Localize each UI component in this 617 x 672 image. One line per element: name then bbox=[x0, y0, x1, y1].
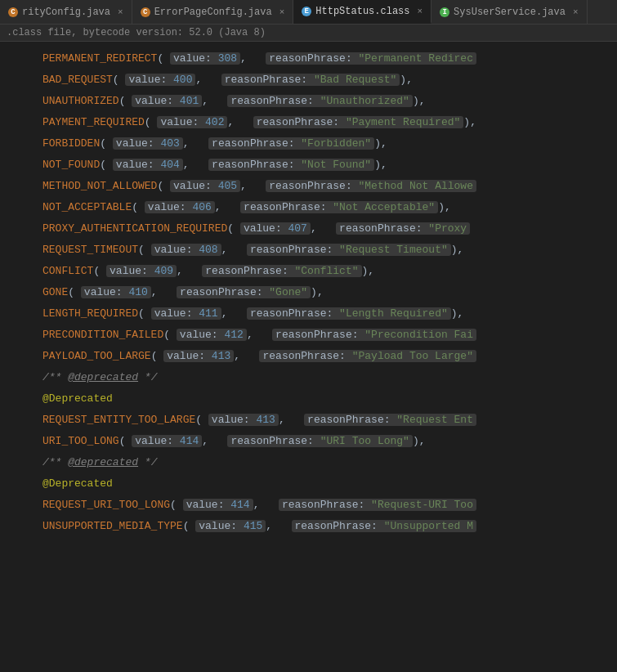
code-line-11: CONFLICT( value: 409, reasonPhrase: "Con… bbox=[0, 261, 617, 282]
code-line-1: PERMANENT_REDIRECT( value: 308, reasonPh… bbox=[0, 48, 617, 69]
tab-security-config[interactable]: C rityConfig.java × bbox=[0, 0, 132, 24]
code-line-19: URI_TOO_LONG( value: 414, reasonPhrase: … bbox=[0, 431, 617, 452]
tab-icon-security-config: C bbox=[8, 7, 18, 17]
tab-label-security-config: rityConfig.java bbox=[22, 7, 110, 18]
code-line-8: NOT_ACCEPTABLE( value: 406, reasonPhrase… bbox=[0, 197, 617, 218]
file-info-bar: .class file, bytecode version: 52.0 (Jav… bbox=[0, 25, 617, 42]
code-line-3: UNAUTHORIZED( value: 401, reasonPhrase: … bbox=[0, 91, 617, 112]
code-line-15: PAYLOAD_TOO_LARGE( value: 413, reasonPhr… bbox=[0, 346, 617, 367]
code-line-7: METHOD_NOT_ALLOWED( value: 405, reasonPh… bbox=[0, 176, 617, 197]
code-line-6: NOT_FOUND( value: 404, reasonPhrase: "No… bbox=[0, 155, 617, 176]
tab-close-error-page-config[interactable]: × bbox=[279, 7, 285, 17]
code-line-20: /** @deprecated */ bbox=[0, 452, 617, 473]
code-line-22: REQUEST_URI_TOO_LONG( value: 414, reason… bbox=[0, 495, 617, 516]
code-line-13: LENGTH_REQUIRED( value: 411, reasonPhras… bbox=[0, 303, 617, 325]
tab-error-page-config[interactable]: C ErrorPageConfig.java × bbox=[132, 0, 294, 24]
tab-label-error-page-config: ErrorPageConfig.java bbox=[154, 7, 272, 18]
tab-http-status[interactable]: E HttpStatus.class × bbox=[293, 0, 431, 24]
tab-close-security-config[interactable]: × bbox=[118, 7, 123, 17]
code-line-17: @Deprecated bbox=[0, 388, 617, 410]
code-line-23: UNSUPPORTED_MEDIA_TYPE( value: 415, reas… bbox=[0, 516, 617, 537]
code-line-18: REQUEST_ENTITY_TOO_LARGE( value: 413, re… bbox=[0, 410, 617, 431]
code-line-4: PAYMENT_REQUIRED( value: 402, reasonPhra… bbox=[0, 112, 617, 133]
code-area: PERMANENT_REDIRECT( value: 308, reasonPh… bbox=[0, 42, 617, 670]
code-line-2: BAD_REQUEST( value: 400, reasonPhrase: "… bbox=[0, 69, 617, 91]
code-line-10: REQUEST_TIMEOUT( value: 408, reasonPhras… bbox=[0, 240, 617, 261]
tab-bar: C rityConfig.java × C ErrorPageConfig.ja… bbox=[0, 0, 617, 25]
tab-close-sys-user-service[interactable]: × bbox=[573, 7, 579, 17]
code-line-9: PROXY_AUTHENTICATION_REQUIRED( value: 40… bbox=[0, 218, 617, 240]
tab-close-http-status[interactable]: × bbox=[418, 7, 423, 16]
code-line-16: /** @deprecated */ bbox=[0, 367, 617, 388]
code-line-21: @Deprecated bbox=[0, 473, 617, 495]
tab-icon-http-status: E bbox=[302, 7, 311, 16]
code-line-5: FORBIDDEN( value: 403, reasonPhrase: "Fo… bbox=[0, 133, 617, 155]
tab-icon-error-page-config: C bbox=[141, 7, 150, 17]
code-line-12: GONE( value: 410, reasonPhrase: "Gone"), bbox=[0, 282, 617, 303]
tab-label-sys-user-service: SysUserService.java bbox=[454, 7, 566, 18]
enum-name-1: PERMANENT_REDIRECT bbox=[42, 52, 157, 65]
file-info-text: .class file, bytecode version: 52.0 (Jav… bbox=[7, 27, 266, 38]
tab-icon-sys-user-service: I bbox=[440, 7, 449, 17]
tab-sys-user-service[interactable]: I SysUserService.java × bbox=[431, 0, 587, 24]
tab-label-http-status: HttpStatus.class bbox=[315, 6, 409, 17]
code-line-14: PRECONDITION_FAILED( value: 412, reasonP… bbox=[0, 325, 617, 346]
